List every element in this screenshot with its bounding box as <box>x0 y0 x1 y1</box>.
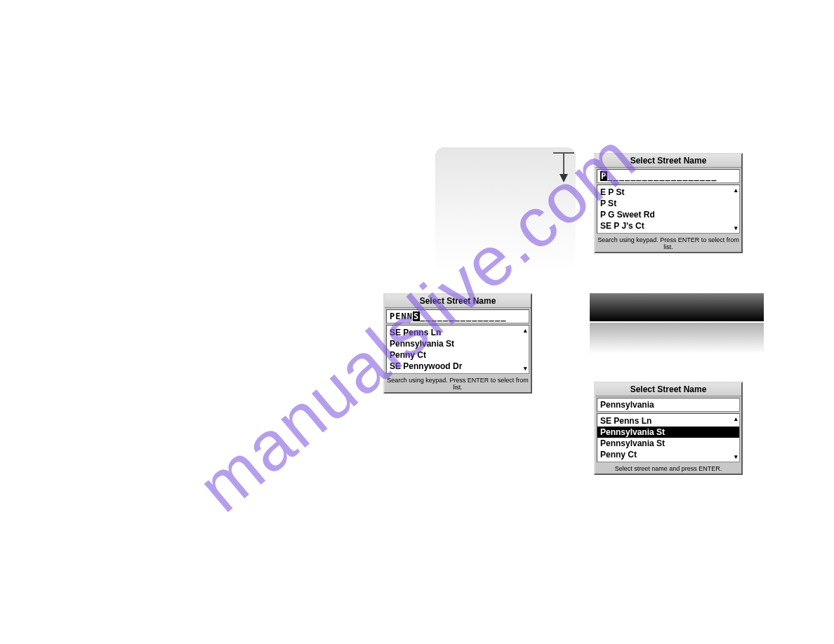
scroll-up-icon[interactable]: ▴ <box>734 187 738 194</box>
scroll-up-icon[interactable]: ▴ <box>524 327 527 334</box>
list-item[interactable]: Penny Ct <box>387 349 529 361</box>
list-item[interactable]: E P St <box>597 187 739 198</box>
list-item[interactable]: SE P J's Ct <box>597 220 739 232</box>
list-item[interactable]: Penny Ct <box>597 449 739 460</box>
street-list[interactable]: ▴ SE Penns Ln Pennsylvania St Pennsylvan… <box>597 413 740 462</box>
svg-marker-2 <box>560 174 568 182</box>
panel-hint: Select street name and press ENTER. <box>595 464 741 474</box>
street-input[interactable]: PENNS_______________ <box>386 309 529 323</box>
scroll-down-icon[interactable]: ▾ <box>734 224 738 232</box>
street-input[interactable]: P___________________ <box>597 169 740 183</box>
select-street-panel-1: Select Street Name P___________________ … <box>594 153 743 253</box>
input-cursor-char: S <box>413 311 420 321</box>
list-item[interactable]: SE Penns Ln <box>597 415 739 427</box>
scroll-up-icon[interactable]: ▴ <box>734 415 738 422</box>
panel-title: Select Street Name <box>595 154 741 168</box>
scroll-down-icon[interactable]: ▾ <box>734 453 738 460</box>
input-prefix: PENN <box>390 311 413 321</box>
input-rest: _______________ <box>420 311 506 321</box>
select-street-panel-3: Select Street Name Pennsylvania ▴ SE Pen… <box>594 382 743 475</box>
select-street-panel-2: Select Street Name PENNS_______________ … <box>383 293 532 394</box>
street-list[interactable]: ▴ E P St P St P G Sweet Rd SE P J's Ct ▾ <box>597 185 740 234</box>
panel-title: Select Street Name <box>595 383 741 396</box>
pointer-icon <box>552 149 580 191</box>
list-item[interactable]: P G Sweet Rd <box>597 209 739 220</box>
list-item[interactable]: SE Pennywood Dr <box>387 361 529 372</box>
page-fragment-lightband <box>590 323 764 354</box>
street-list[interactable]: ▴ SE Penns Ln Pennsylvania St Penny Ct S… <box>386 325 529 374</box>
list-item[interactable]: Pennsylvania St <box>597 438 739 449</box>
panel-hint: Search using keypad. Press ENTER to sele… <box>385 375 531 392</box>
input-prefix: Pennsylvania <box>600 400 654 410</box>
scroll-down-icon[interactable]: ▾ <box>524 365 527 372</box>
panel-hint: Search using keypad. Press ENTER to sele… <box>595 235 741 252</box>
list-item-selected[interactable]: Pennsylvania St <box>597 427 739 438</box>
list-item[interactable]: Pennsylvania St <box>387 338 529 349</box>
input-cursor-char: P <box>600 171 607 181</box>
list-item[interactable]: P St <box>597 198 739 209</box>
page-fragment-darkband <box>590 293 764 321</box>
list-item[interactable]: SE Penns Ln <box>387 327 529 338</box>
street-input[interactable]: Pennsylvania <box>597 398 740 412</box>
input-rest: ___________________ <box>607 171 717 181</box>
panel-title: Select Street Name <box>385 295 531 308</box>
